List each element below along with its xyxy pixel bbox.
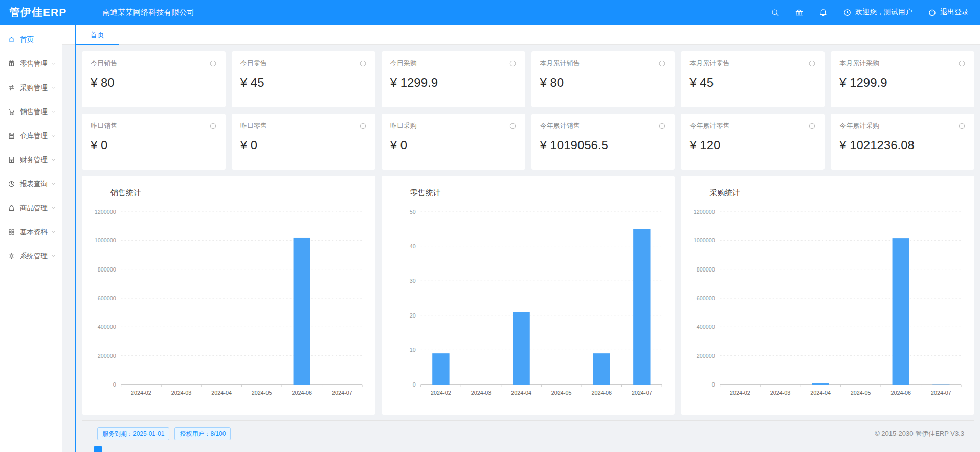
tab-home[interactable]: 首页	[76, 25, 119, 45]
sidebar-item-sales[interactable]: 销售管理	[0, 100, 62, 124]
info-icon[interactable]	[658, 122, 666, 130]
stat-value: ¥ 1021236.08	[839, 138, 966, 152]
gift-icon	[8, 60, 15, 67]
info-icon[interactable]	[958, 60, 966, 67]
sidebar-item-system[interactable]: 系统管理	[0, 244, 62, 268]
licensed-users-badge[interactable]: 授权用户：8/100	[174, 427, 231, 440]
bell-icon[interactable]	[819, 8, 828, 17]
content-area: 首页 今日销售¥ 80今日零售¥ 45今日采购¥ 1299.9本月累计销售¥ 8…	[62, 25, 980, 452]
svg-text:2024-04: 2024-04	[511, 390, 531, 396]
cart-icon	[8, 108, 15, 116]
stat-label: 昨日采购	[390, 121, 417, 130]
service-expiry-badge[interactable]: 服务到期：2025-01-01	[97, 427, 169, 440]
info-icon[interactable]	[958, 122, 966, 130]
sidebar-item-purchase[interactable]: 采购管理	[0, 76, 62, 100]
info-icon[interactable]	[658, 60, 666, 67]
stat-label: 本月累计采购	[839, 59, 879, 68]
stat-card-month-purchase: 本月累计采购¥ 1299.9	[831, 51, 974, 107]
stat-value: ¥ 1299.9	[839, 76, 966, 90]
svg-text:1000000: 1000000	[95, 237, 116, 243]
svg-text:2024-06: 2024-06	[591, 390, 612, 396]
svg-text:2024-04: 2024-04	[211, 390, 232, 396]
header-actions: 欢迎您，测试用户 退出登录	[771, 8, 980, 17]
chevron-down-icon	[51, 253, 56, 259]
welcome-user[interactable]: 欢迎您，测试用户	[843, 8, 912, 17]
sidebar-item-label: 销售管理	[20, 107, 48, 117]
retail-bar-chart: 010203040502024-022024-032024-042024-052…	[382, 204, 675, 407]
home-icon	[8, 36, 15, 43]
stat-value: ¥ 80	[540, 76, 666, 90]
stat-label: 本月累计销售	[540, 59, 580, 68]
info-icon[interactable]	[808, 122, 816, 130]
stat-card-yesterday-retail: 昨日零售¥ 0	[232, 114, 375, 170]
app-logo[interactable]: 管伊佳ERP	[0, 5, 66, 19]
stat-card-year-purchase: 今年累计采购¥ 1021236.08	[831, 114, 974, 170]
svg-text:600000: 600000	[697, 295, 715, 301]
info-icon[interactable]	[209, 122, 217, 130]
chevron-down-icon	[51, 181, 56, 187]
info-icon[interactable]	[808, 60, 816, 67]
finance-icon	[8, 156, 15, 164]
top-header: 管伊佳ERP 南通某某网络科技有限公司 欢迎您，测试用户 退出登录	[0, 0, 980, 25]
power-icon	[928, 8, 937, 17]
stat-label: 今日销售	[91, 59, 117, 68]
stat-label: 本月累计零售	[689, 59, 729, 68]
svg-text:2024-02: 2024-02	[131, 390, 151, 396]
stat-label: 昨日销售	[91, 121, 117, 130]
grid-icon	[8, 228, 15, 236]
sidebar-item-label: 财务管理	[20, 155, 48, 165]
svg-text:2024-05: 2024-05	[851, 390, 871, 396]
svg-text:2024-06: 2024-06	[891, 390, 911, 396]
svg-text:2024-02: 2024-02	[431, 390, 451, 396]
logout-button[interactable]: 退出登录	[928, 8, 969, 17]
search-icon[interactable]	[771, 8, 779, 17]
svg-text:2024-07: 2024-07	[332, 390, 352, 396]
stat-label: 今年累计销售	[540, 121, 580, 130]
info-icon[interactable]	[359, 122, 367, 130]
sidebar-item-warehouse[interactable]: 仓库管理	[0, 124, 62, 148]
stat-card-yesterday-sales: 昨日销售¥ 0	[82, 114, 226, 170]
sidebar-item-retail[interactable]: 零售管理	[0, 52, 62, 76]
sidebar-item-basic[interactable]: 基本资料	[0, 220, 62, 244]
welcome-text: 欢迎您，测试用户	[855, 8, 912, 17]
svg-text:2024-03: 2024-03	[770, 390, 791, 396]
svg-text:600000: 600000	[98, 295, 116, 301]
svg-text:2024-07: 2024-07	[632, 390, 652, 396]
floating-widget[interactable]	[94, 446, 102, 452]
bank-icon[interactable]	[795, 8, 804, 17]
svg-text:400000: 400000	[98, 324, 116, 330]
chart-card-retail: 零售统计010203040502024-022024-032024-042024…	[382, 176, 675, 415]
company-name: 南通某某网络科技有限公司	[102, 8, 194, 17]
sidebar: 首页零售管理采购管理销售管理仓库管理财务管理报表查询商品管理基本资料系统管理	[0, 25, 62, 452]
tab-bar: 首页	[62, 25, 980, 45]
svg-text:40: 40	[409, 243, 415, 250]
info-icon[interactable]	[509, 60, 517, 67]
info-icon[interactable]	[209, 60, 217, 67]
sidebar-item-home[interactable]: 首页	[0, 28, 62, 52]
sidebar-item-label: 采购管理	[20, 83, 48, 93]
sidebar-item-goods[interactable]: 商品管理	[0, 196, 62, 220]
copyright-text: © 2015-2030 管伊佳ERP V3.3	[875, 429, 974, 438]
purchase-bar-chart: 0200000400000600000800000100000012000002…	[681, 204, 974, 407]
stat-value: ¥ 1019056.5	[540, 138, 666, 152]
info-icon[interactable]	[359, 60, 367, 67]
svg-text:50: 50	[409, 209, 415, 215]
sidebar-item-finance[interactable]: 财务管理	[0, 148, 62, 172]
svg-text:800000: 800000	[98, 266, 116, 273]
svg-text:10: 10	[409, 347, 415, 353]
sidebar-item-label: 首页	[20, 35, 34, 44]
svg-text:1200000: 1200000	[95, 209, 116, 215]
sidebar-item-label: 系统管理	[20, 252, 48, 261]
sidebar-item-label: 基本资料	[20, 228, 48, 237]
stat-card-month-retail: 本月累计零售¥ 45	[681, 51, 825, 107]
info-icon[interactable]	[509, 122, 517, 130]
stat-card-grid: 今日销售¥ 80今日零售¥ 45今日采购¥ 1299.9本月累计销售¥ 80本月…	[82, 51, 974, 170]
chevron-down-icon	[51, 109, 56, 115]
svg-text:2024-07: 2024-07	[931, 390, 951, 396]
chevron-down-icon	[51, 133, 56, 139]
stat-label: 昨日零售	[240, 121, 267, 130]
pie-chart-icon	[8, 180, 15, 188]
svg-text:200000: 200000	[697, 353, 715, 359]
sidebar-item-reports[interactable]: 报表查询	[0, 172, 62, 196]
stat-value: ¥ 0	[390, 138, 517, 152]
